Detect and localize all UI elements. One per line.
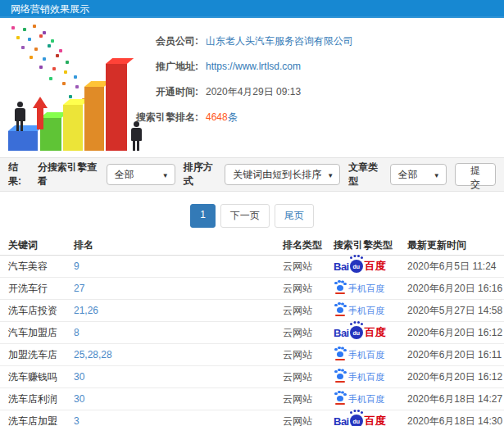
rank-type-cell: 云网站 — [283, 260, 334, 274]
mobile-baidu-logo-icon: 手机百度 — [334, 305, 384, 317]
mobile-baidu-logo-icon: 手机百度 — [334, 371, 384, 383]
header-rank: 排名 — [74, 238, 283, 252]
sort-select[interactable]: 关键词由短到长排序 ▼ — [225, 164, 340, 185]
baidu-paw-icon: du — [350, 415, 363, 426]
article-type-select[interactable]: 全部 ▼ — [390, 164, 447, 185]
engine-cell: 手机百度 — [334, 305, 407, 317]
keyword-cell: 洗车店利润 — [0, 392, 74, 406]
result-label: 结果: — [8, 161, 30, 188]
baidu-logo-icon: Baidu百度 — [334, 414, 386, 426]
rank-cell[interactable]: 30 — [74, 371, 283, 383]
chevron-down-icon: ▼ — [434, 172, 440, 179]
updated-cell: 2020年6月5日 11:24 — [407, 260, 504, 274]
article-select-value: 全部 — [398, 168, 418, 182]
field-url: 推广地址: https://www.lrtlsd.com — [49, 60, 496, 74]
header-rank-type: 排名类型 — [283, 238, 334, 252]
chevron-down-icon: ▼ — [327, 172, 334, 179]
pagination: 1 下一页 尾页 — [0, 204, 504, 228]
page-1-button[interactable]: 1 — [190, 204, 216, 228]
rank-cell[interactable]: 25,28,28 — [74, 349, 283, 360]
company-link[interactable]: 山东老人头汽车服务咨询有限公司 — [206, 34, 353, 48]
keyword-cell: 洗车赚钱吗 — [0, 370, 74, 384]
table-row: 汽车加盟店 8 云网站 Baidu百度 2020年6月20日 16:12 — [0, 322, 504, 344]
header-engine-type: 搜索引擎类型 — [334, 238, 407, 252]
filter-bar: 结果: 分搜索引擎查看 全部 ▼ 排序方式 关键词由短到长排序 ▼ 文章类型 全… — [0, 157, 504, 192]
rank-cell[interactable]: 9 — [74, 261, 283, 272]
info-section: 会员公司: 山东老人头汽车服务咨询有限公司 推广地址: https://www.… — [0, 18, 504, 157]
ranking-label: 搜索引擎排名: — [49, 111, 198, 125]
table-row: 开洗车行 27 云网站 手机百度 2020年6月20日 16:16 — [0, 278, 504, 300]
baidu-logo-icon: Baidu百度 — [334, 259, 386, 274]
opened-label: 开通时间: — [49, 85, 198, 99]
url-label: 推广地址: — [49, 60, 198, 74]
confetti-dots-icon — [11, 26, 15, 29]
rank-type-cell: 云网站 — [283, 282, 334, 296]
growth-arrow-icon — [33, 95, 48, 129]
rank-cell[interactable]: 8 — [74, 327, 283, 338]
rank-type-cell: 云网站 — [283, 415, 334, 426]
table-row: 洗车赚钱吗 30 云网站 手机百度 2020年6月20日 16:12 — [0, 366, 504, 388]
promotion-url-link[interactable]: https://www.lrtlsd.com — [206, 61, 301, 72]
updated-cell: 2020年5月27日 14:58 — [407, 304, 504, 318]
updated-cell: 2020年6月20日 16:16 — [407, 282, 504, 296]
engine-cell: Baidu百度 — [334, 259, 407, 274]
mobile-baidu-logo-icon: 手机百度 — [334, 349, 384, 361]
engine-cell: 手机百度 — [334, 349, 407, 361]
engine-cell: 手机百度 — [334, 371, 407, 383]
keyword-cell: 洗车店加盟 — [0, 415, 74, 426]
baidu-paw-icon — [337, 374, 343, 379]
table-row: 洗车店利润 30 云网站 手机百度 2020年6月18日 14:27 — [0, 388, 504, 410]
field-company: 会员公司: 山东老人头汽车服务咨询有限公司 — [49, 34, 496, 48]
businessman-figure-left — [13, 102, 26, 131]
page: 网络营销效果展示 会员公司: 山东老人头汽车服务咨询有限公司 推广地 — [0, 0, 504, 426]
results-table: 关键词 排名 排名类型 搜索引擎类型 最新更新时间 汽车美容 9 云网站 Bai… — [0, 235, 504, 426]
rank-cell[interactable]: 21,26 — [74, 305, 283, 316]
header-updated: 最新更新时间 — [407, 238, 504, 252]
updated-cell: 2020年6月18日 14:30 — [407, 415, 504, 426]
company-label: 会员公司: — [49, 34, 198, 48]
submit-button[interactable]: 提交 — [455, 163, 496, 186]
ranking-count: 4648 — [206, 111, 228, 123]
engine-select[interactable]: 全部 ▼ — [107, 164, 175, 185]
baidu-paw-icon: du — [350, 326, 363, 339]
rank-cell[interactable]: 30 — [74, 393, 283, 405]
keyword-cell: 开洗车行 — [0, 282, 74, 296]
baidu-paw-icon — [337, 396, 343, 401]
info-fields: 会员公司: 山东老人头汽车服务咨询有限公司 推广地址: https://www.… — [49, 34, 496, 136]
sort-filter-label: 排序方式 — [184, 161, 220, 188]
updated-cell: 2020年6月18日 14:27 — [407, 392, 504, 406]
keyword-cell: 加盟洗车店 — [0, 348, 74, 362]
table-row: 洗车店投资 21,26 云网站 手机百度 2020年5月27日 14:58 — [0, 300, 504, 322]
table-row: 洗车店加盟 3 云网站 Baidu百度 2020年6月18日 14:30 — [0, 410, 504, 426]
engine-filter-label: 分搜索引擎查看 — [38, 161, 102, 188]
header-keyword: 关键词 — [0, 238, 74, 252]
rank-cell[interactable]: 3 — [74, 415, 283, 426]
field-ranking: 搜索引擎排名: 4648 条 — [49, 111, 496, 125]
article-type-label: 文章类型 — [348, 161, 384, 188]
field-opened: 开通时间: 2020年4月29日 09:13 — [49, 85, 496, 99]
rank-type-cell: 云网站 — [283, 304, 334, 318]
rank-type-cell: 云网站 — [283, 348, 334, 362]
baidu-paw-icon: du — [350, 260, 363, 273]
table-row: 加盟洗车店 25,28,28 云网站 手机百度 2020年6月20日 16:11 — [0, 344, 504, 366]
updated-cell: 2020年6月20日 16:11 — [407, 348, 504, 362]
chevron-down-icon: ▼ — [162, 172, 169, 179]
ranking-suffix: 条 — [228, 111, 238, 125]
rank-cell[interactable]: 27 — [74, 283, 283, 294]
opened-value: 2020年4月29日 09:13 — [206, 85, 301, 99]
table-header-row: 关键词 排名 排名类型 搜索引擎类型 最新更新时间 — [0, 235, 504, 256]
engine-cell: Baidu百度 — [334, 325, 407, 340]
engine-cell: Baidu百度 — [334, 414, 407, 426]
rank-type-cell: 云网站 — [283, 370, 334, 384]
last-page-button[interactable]: 尾页 — [275, 204, 314, 228]
header-bar: 网络营销效果展示 — [0, 0, 504, 18]
baidu-paw-icon — [337, 351, 343, 357]
updated-cell: 2020年6月20日 16:12 — [407, 370, 504, 384]
next-page-button[interactable]: 下一页 — [220, 204, 270, 228]
engine-select-value: 全部 — [115, 168, 134, 182]
engine-cell: 手机百度 — [334, 393, 407, 406]
mobile-baidu-logo-icon: 手机百度 — [334, 393, 384, 406]
baidu-paw-icon — [337, 285, 343, 291]
updated-cell: 2020年6月20日 16:12 — [407, 326, 504, 340]
sort-select-value: 关键词由短到长排序 — [233, 168, 321, 182]
